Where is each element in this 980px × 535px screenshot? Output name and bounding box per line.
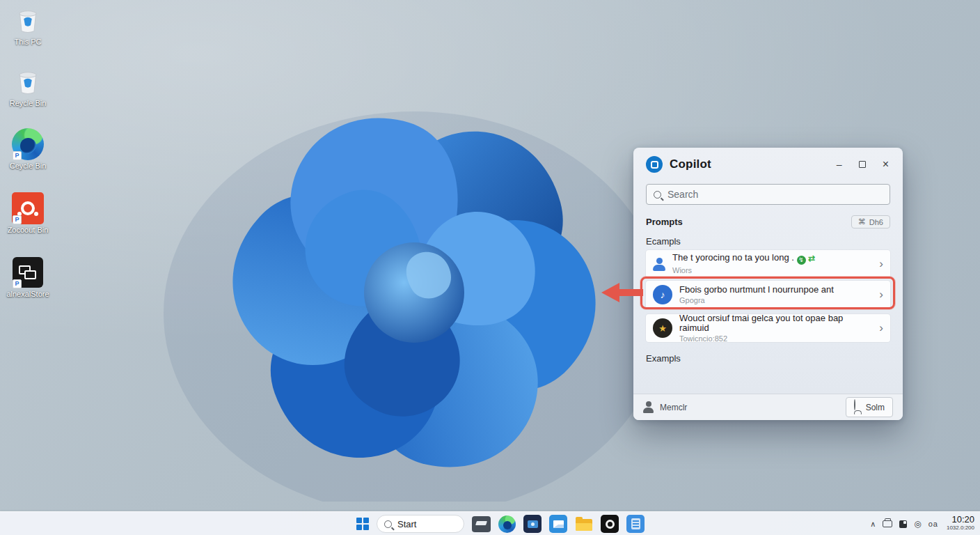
tray-chevron-up-icon[interactable]: ∧ — [870, 520, 876, 529]
clock-date: 1032.0:200 — [947, 524, 974, 532]
prompt-item-1[interactable]: The t yorocing no ta you long . ↯ ⇄ Wior… — [646, 250, 890, 278]
desktop-icon-label: Reycle Bin — [1, 99, 54, 107]
store-icon: P — [11, 256, 45, 288]
copilot-window: Copilot – × Prompts ⌘ Dh6 Ecampls — [633, 148, 903, 420]
prompt-item-2[interactable]: ♪ Fbois gorbo nurtmunt l nourrunpoe ant … — [646, 281, 890, 309]
start-button[interactable] — [356, 518, 369, 530]
gold-star-icon: ★ — [653, 318, 672, 338]
desktop-icon-label: This PC — [1, 38, 54, 46]
close-button[interactable]: × — [883, 160, 889, 169]
chevron-right-icon: › — [879, 321, 883, 335]
annotation-arrow — [618, 289, 643, 296]
footer-account-button[interactable]: Solm — [846, 397, 893, 417]
taskbar-app-dark[interactable] — [472, 516, 491, 532]
copilot-titlebar: Copilot – × — [633, 148, 903, 178]
language-indicator[interactable]: oa — [928, 520, 938, 528]
desktop: This PC Reycle Bin P Ceycle Bin P Zocoou… — [0, 0, 980, 535]
p-badge: P — [13, 279, 22, 288]
window-title: Copilot — [670, 157, 711, 171]
prompt-subtitle: Gpogra — [679, 295, 834, 305]
taskbar-app-ring[interactable] — [601, 515, 619, 533]
prompt-title: Wouct orsiuf tmai gelca you tot opae bap… — [679, 313, 872, 333]
desktop-icon-edge[interactable]: P Ceycle Bin — [1, 128, 54, 170]
footer-user-label: Memclr — [660, 403, 687, 412]
taskbar-clock[interactable]: 10:20 1032.0:200 — [947, 515, 974, 532]
prompt-title: The t yorocing no ta you long . ↯ ⇄ — [672, 253, 815, 265]
taskbar-app-camera[interactable] — [523, 515, 542, 533]
red-app-icon: P — [11, 192, 45, 224]
taskbar-app-document[interactable] — [626, 515, 645, 533]
desktop-icon-label: Ceycle Bin — [1, 162, 54, 170]
chevron-right-icon: › — [879, 257, 883, 271]
green-bolt-icon: ↯ — [797, 256, 806, 265]
annotation-arrow-head-icon — [601, 283, 619, 302]
search-icon — [654, 191, 661, 199]
blue-note-icon: ♪ — [653, 285, 672, 304]
p-badge: P — [13, 151, 22, 160]
taskbar-search-label: Start — [397, 519, 416, 529]
taskbar-search[interactable]: Start — [377, 515, 464, 533]
desktop-icon-recycle-bin[interactable]: Reycle Bin — [1, 65, 54, 107]
recycle-bin-icon — [11, 65, 45, 98]
desktop-icon-label: alnexalStore — [1, 290, 54, 298]
examples-section-bottom: Exampls — [646, 353, 890, 364]
taskbar-app-edge[interactable] — [498, 515, 516, 533]
prompt-title: Fbois gorbo nurtmunt l nourrunpoe ant — [679, 285, 834, 295]
search-box[interactable] — [646, 184, 890, 205]
taskbar-app-file-explorer[interactable] — [575, 515, 593, 533]
windows-bloom-wallpaper — [129, 49, 686, 502]
desktop-icon-label: Zocoout Bin — [1, 226, 54, 234]
person-outline-icon — [854, 400, 862, 414]
prompt-subtitle: Towicncio:852 — [679, 334, 872, 343]
recycle-bin-icon — [11, 4, 45, 36]
edge-icon: P — [11, 128, 45, 160]
command-icon: ⌘ — [858, 217, 866, 226]
maximize-button[interactable] — [859, 161, 866, 168]
badge-label: Dh6 — [869, 218, 883, 226]
person-avatar-icon — [653, 258, 665, 271]
desktop-icon-red-app[interactable]: P Zocoout Bin — [1, 192, 54, 234]
taskbar: Start ∧ ◎ oa 10:20 1032.0:200 — [0, 511, 980, 535]
examples-section-top: Ecampls — [646, 236, 890, 247]
chevron-right-icon: › — [879, 288, 883, 302]
tray-circle-icon[interactable]: ◎ — [914, 519, 921, 529]
search-input[interactable] — [667, 189, 862, 200]
search-icon — [384, 520, 392, 528]
green-repeat-icon: ⇄ — [808, 254, 815, 263]
tray-inbox-icon[interactable] — [883, 520, 892, 527]
clock-time: 10:20 — [947, 515, 974, 524]
tray-dark-icon[interactable] — [899, 520, 907, 528]
p-badge: P — [13, 215, 22, 224]
minimize-button[interactable]: – — [837, 160, 842, 169]
prompts-badge-button[interactable]: ⌘ Dh6 — [851, 215, 890, 228]
copilot-logo-icon — [646, 156, 663, 173]
taskbar-app-mail[interactable] — [549, 515, 567, 533]
prompts-label: Prompts — [646, 217, 683, 227]
desktop-icon-store[interactable]: P alnexalStore — [1, 256, 54, 298]
prompt-item-3[interactable]: ★ Wouct orsiuf tmai gelca you tot opae b… — [646, 314, 890, 342]
desktop-icon-this-pc[interactable]: This PC — [1, 4, 54, 46]
prompt-subtitle: Wiors — [672, 265, 815, 275]
user-avatar-icon — [643, 401, 654, 413]
